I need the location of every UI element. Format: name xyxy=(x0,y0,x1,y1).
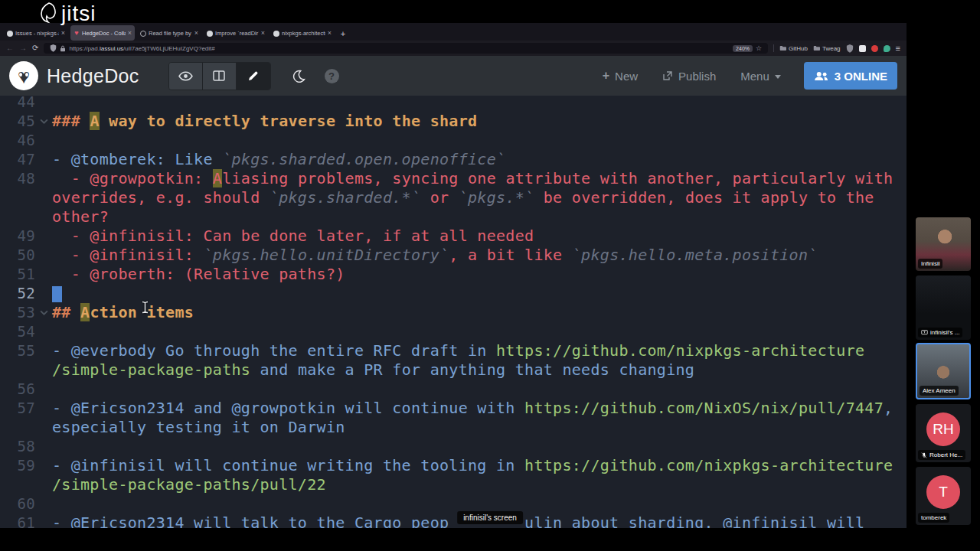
hedgedoc-logo-icon[interactable]: ♥ xyxy=(9,61,38,90)
tab-title: HedgeDoc - Collaborativ xyxy=(82,30,126,37)
editor-row[interactable]: other? xyxy=(0,207,906,227)
view-mode-preview-button[interactable] xyxy=(169,63,203,90)
editor-row[interactable]: /simple-package-paths/pull/22 xyxy=(0,475,906,494)
line-text: - @everbody Go through the entire RFC dr… xyxy=(52,341,864,360)
bookmark-tweag[interactable]: Tweag xyxy=(813,45,841,52)
editor-row[interactable]: 51 - @roberth: (Relative paths?) xyxy=(0,265,906,284)
browser-tab[interactable]: Improve `readDir` perfo× xyxy=(204,26,268,41)
remote-cursor-block xyxy=(52,286,62,302)
editor-row[interactable]: 55- @everbody Go through the entire RFC … xyxy=(0,341,906,360)
browser-tab[interactable]: Issues - nixpkgs-architec× xyxy=(4,26,68,41)
help-button[interactable]: ? xyxy=(325,69,339,83)
toolbar-divider xyxy=(773,44,774,52)
new-note-button[interactable]: + New xyxy=(603,70,638,83)
participant-tile-infinisil[interactable]: Infinisil xyxy=(916,217,971,271)
fold-chevron-icon[interactable] xyxy=(35,118,52,125)
tab-close-icon[interactable]: × xyxy=(194,30,198,37)
line-number: 58 xyxy=(0,437,35,456)
line-text: - @growpotkin: Aliasing problems, syncin… xyxy=(52,169,893,188)
line-text xyxy=(52,284,62,303)
shared-browser-window: Issues - nixpkgs-architec×HedgeDoc - Col… xyxy=(0,23,906,528)
participant-name: Robert He... xyxy=(918,450,965,460)
editor-row[interactable]: 52 xyxy=(0,284,906,303)
editor-row[interactable]: 57- @Ericson2314 and @growpotkin will co… xyxy=(0,399,906,418)
browser-tab[interactable]: Read file type by aakrop× xyxy=(137,26,201,41)
editor-row[interactable]: especially testing it on Darwin xyxy=(0,418,906,437)
editor-row[interactable]: 44 xyxy=(0,96,906,112)
back-button[interactable]: ← xyxy=(6,44,14,52)
browser-tab[interactable]: HedgeDoc - Collaborativ× xyxy=(70,25,135,41)
editor-row[interactable]: /simple-package-paths and make a PR for … xyxy=(0,360,906,380)
editor-rows: 4445### A way to directly traverse into … xyxy=(0,96,906,528)
extension-icon[interactable] xyxy=(884,45,890,52)
participant-tile-share[interactable]: infinisil's ... xyxy=(916,276,971,340)
heart-icon xyxy=(74,30,80,36)
view-mode-edit-button[interactable] xyxy=(237,63,270,90)
url-bar[interactable]: https://pad.lassul.us/uIl7ae5jTW6LjUEHuI… xyxy=(44,43,768,54)
line-number: 53 xyxy=(0,303,35,322)
plus-icon: + xyxy=(603,70,609,82)
github-icon xyxy=(207,31,213,37)
bookmark-github[interactable]: GitHub xyxy=(779,45,808,52)
line-number: 56 xyxy=(0,380,35,399)
participant-tile-robert[interactable]: RHRobert He... xyxy=(916,404,971,462)
online-users-badge[interactable]: 3 ONLINE xyxy=(804,62,897,90)
line-text: especially testing it on Darwin xyxy=(52,418,345,437)
view-mode-split-button[interactable] xyxy=(203,63,237,90)
refresh-button[interactable]: ⟳ xyxy=(32,44,38,52)
brand-title: HedgeDoc xyxy=(47,65,139,87)
forward-button[interactable]: → xyxy=(19,44,27,52)
editor-row[interactable]: 58 xyxy=(0,437,906,456)
editor-row[interactable]: 56 xyxy=(0,380,906,399)
privacy-shield-icon[interactable] xyxy=(846,44,854,53)
participant-name: infinisil's ... xyxy=(918,328,962,337)
editor-row[interactable]: 61- @Ericson2314 will talk to the Cargo … xyxy=(0,514,906,528)
editor-row[interactable]: 53## Action items xyxy=(0,303,906,322)
line-number: 48 xyxy=(0,169,35,188)
tab-close-icon[interactable]: × xyxy=(261,30,265,37)
participant-tile-tomberek[interactable]: Ttomberek xyxy=(916,467,971,525)
line-number: 59 xyxy=(0,456,35,475)
line-text: /simple-package-paths and make a PR for … xyxy=(52,360,694,380)
editor-row[interactable]: 47- @tomberek: Like `pkgs.sharded.open.o… xyxy=(0,150,906,169)
browser-tab[interactable]: nixpkgs-architecture/sim× xyxy=(270,26,335,41)
zoom-level-badge[interactable]: 240% xyxy=(733,45,753,52)
bookmark-star-icon[interactable]: ☆ xyxy=(756,44,762,52)
editor-row[interactable]: overrides, e.g. should `pkgs.sharded.*` … xyxy=(0,188,906,207)
line-text: ### A way to directly traverse into the … xyxy=(52,112,477,131)
publish-button[interactable]: Publish xyxy=(662,70,716,83)
editor-row[interactable]: 54 xyxy=(0,322,906,341)
extension-icon[interactable] xyxy=(871,45,878,52)
line-number: 45 xyxy=(0,112,35,131)
editor-row[interactable]: 60 xyxy=(0,494,906,514)
folder-icon xyxy=(779,45,786,51)
stage-participant-label: infinisil's screen xyxy=(457,511,523,524)
github-icon xyxy=(273,31,279,37)
folder-icon xyxy=(813,45,820,51)
tab-close-icon[interactable]: × xyxy=(61,30,65,37)
editor-row[interactable]: 59- @infinisil will continue writing the… xyxy=(0,456,906,475)
editor-row[interactable]: 46 xyxy=(0,131,906,150)
line-text: - @Ericson2314 and @growpotkin will cont… xyxy=(52,399,893,418)
line-number: 51 xyxy=(0,265,35,284)
menu-hamburger-icon[interactable]: ≡ xyxy=(896,44,900,53)
menu-button[interactable]: Menu xyxy=(740,70,781,83)
new-tab-button[interactable]: + xyxy=(337,26,349,41)
fold-chevron-icon[interactable] xyxy=(35,309,52,316)
line-number: 60 xyxy=(0,494,35,514)
chevron-down-icon xyxy=(775,75,781,79)
tab-close-icon[interactable]: × xyxy=(328,30,332,37)
editor-pane[interactable]: 4445### A way to directly traverse into … xyxy=(0,96,906,528)
eye-icon xyxy=(178,70,193,82)
editor-row[interactable]: 45### A way to directly traverse into th… xyxy=(0,112,906,131)
tab-title: Improve `readDir` perfo xyxy=(215,30,259,37)
participant-tile-alex[interactable]: Alex Ameen xyxy=(916,343,971,399)
editor-row[interactable]: 48 - @growpotkin: Aliasing problems, syn… xyxy=(0,169,906,188)
tab-close-icon[interactable]: × xyxy=(128,30,132,37)
editor-row[interactable]: 50 - @infinisil: `pkgs.hello.unitDirecto… xyxy=(0,246,906,265)
tab-strip: Issues - nixpkgs-architec×HedgeDoc - Col… xyxy=(0,23,906,41)
extension-icon[interactable] xyxy=(859,45,866,52)
dark-mode-toggle[interactable] xyxy=(288,70,311,83)
github-icon xyxy=(7,31,13,37)
editor-row[interactable]: 49 - @infinisil: Can be done later, if a… xyxy=(0,227,906,246)
